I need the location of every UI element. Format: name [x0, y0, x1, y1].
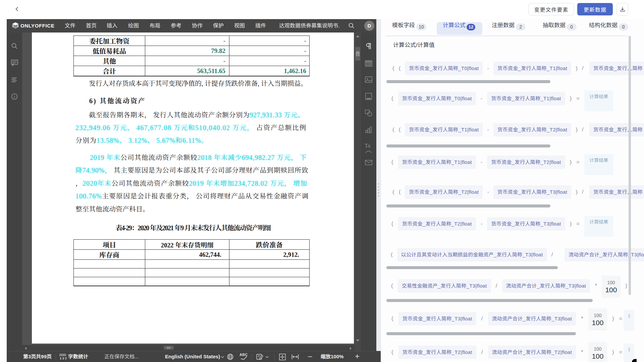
svg-text:1 2 3: 1 2 3: [60, 356, 66, 360]
